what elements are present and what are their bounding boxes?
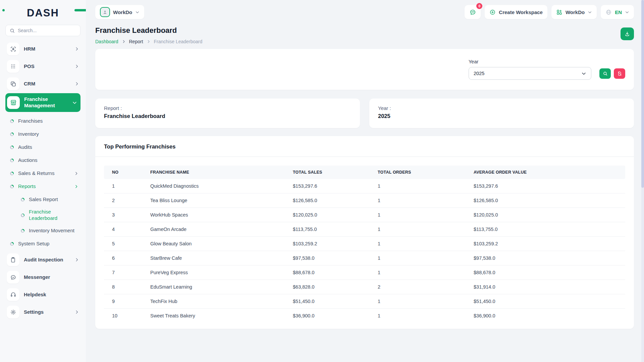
cell-no: 3 <box>104 208 147 222</box>
cell-no: 7 <box>104 265 147 280</box>
cell-franchise-name: TechFix Hub <box>147 294 289 309</box>
cell-average-order-value: $36,900.0 <box>470 309 625 323</box>
table-body: 1 QuickMed Diagnostics $153,297.6 1 $153… <box>104 179 625 323</box>
sidebar-search[interactable] <box>5 25 80 36</box>
download-button[interactable] <box>621 27 634 40</box>
cell-franchise-name: Glow Beauty Salon <box>147 237 289 251</box>
sidebar-item-settings[interactable]: Settings <box>5 304 80 320</box>
year-value: 2025 <box>378 113 625 119</box>
cell-franchise-name: Sweet Treats Bakery <box>147 309 289 323</box>
table-row: 7 PureVeg Express $88,678.0 1 $88,678.0 <box>104 265 625 280</box>
search-input[interactable] <box>18 28 76 33</box>
sidebar-item-hrm[interactable]: HRM <box>5 41 80 57</box>
reset-filter-button[interactable] <box>614 68 625 79</box>
app-logo[interactable]: DASH <box>5 5 80 21</box>
sidebar-item-franchise-leaderboard[interactable]: Franchise Leaderboard <box>5 206 80 224</box>
sidebar-item-audit-inspection[interactable]: Audit Inspection <box>5 252 80 268</box>
table-row: 9 TechFix Hub $51,450.0 1 $51,450.0 <box>104 294 625 309</box>
chevron-right-icon <box>74 81 79 86</box>
chevron-down-icon <box>581 71 586 76</box>
sidebar-item-sales-returns[interactable]: Sales & Returns <box>5 167 80 180</box>
chevron-down-icon <box>588 10 592 14</box>
workspace-switcher-label: WorkDo <box>566 9 585 15</box>
apply-filter-button[interactable] <box>599 68 611 79</box>
cell-no: 5 <box>104 237 147 251</box>
sidebar-item-audits[interactable]: Audits <box>5 141 80 154</box>
sidebar-item-label: Sales Report <box>29 196 78 203</box>
chevron-right-icon <box>74 47 79 51</box>
sidebar-item-label: Audits <box>18 144 78 150</box>
sidebar-item-inventory-movement[interactable]: Inventory Movement <box>5 224 80 237</box>
bullet-icon <box>21 229 24 233</box>
cell-average-order-value: $88,678.0 <box>470 265 625 280</box>
table-row: 2 Tea Bliss Lounge $126,585.0 1 $126,585… <box>104 193 625 208</box>
chevron-right-icon <box>122 40 126 44</box>
sidebar-item-label: System Setup <box>18 241 78 247</box>
chevron-right-icon <box>74 184 78 189</box>
cell-franchise-name: Tea Bliss Lounge <box>147 193 289 208</box>
cell-total-sales: $120,025.0 <box>289 208 374 222</box>
sidebar-item-sales-report[interactable]: Sales Report <box>5 193 80 206</box>
col-franchise-name: FRANCHISE NAME <box>147 166 289 179</box>
bullet-icon <box>21 198 24 201</box>
sidebar-item-system-setup[interactable]: System Setup <box>5 237 80 250</box>
cell-total-orders: 1 <box>374 222 470 237</box>
cell-total-sales: $113,755.0 <box>289 222 374 237</box>
cell-no: 6 <box>104 251 147 265</box>
cell-franchise-name: StarBrew Cafe <box>147 251 289 265</box>
sidebar-item-pos[interactable]: POS <box>5 58 80 74</box>
sidebar-item-messenger[interactable]: Messenger <box>5 269 80 285</box>
messages-button[interactable]: 0 <box>465 5 481 19</box>
cell-no: 9 <box>104 294 147 309</box>
report-summary-card: Report : Franchise Leaderboard <box>95 99 360 128</box>
year-select[interactable]: 2025 <box>469 67 591 80</box>
sidebar-item-franchise-management[interactable]: Franchise Management <box>5 93 80 112</box>
cell-total-orders: 1 <box>374 251 470 265</box>
table-row: 6 StarBrew Cafe $97,538.0 1 $97,538.0 <box>104 251 625 265</box>
breadcrumb-current: Franchise Leaderboard <box>154 39 203 44</box>
logo-dash-decoration <box>74 9 86 11</box>
sidebar-item-helpdesk[interactable]: Helpdesk <box>5 287 80 303</box>
cell-no: 8 <box>104 280 147 294</box>
breadcrumb-dashboard[interactable]: Dashboard <box>95 39 118 44</box>
table-row: 4 GameOn Arcade $113,755.0 1 $113,755.0 <box>104 222 625 237</box>
sidebar-item-franchises[interactable]: Franchises <box>5 115 80 128</box>
workspace-switcher[interactable]: WorkDo <box>551 5 597 19</box>
report-value: Franchise Leaderboard <box>104 113 351 119</box>
workspace-name: WorkDo <box>113 9 132 15</box>
cell-total-sales: $51,450.0 <box>289 294 374 309</box>
cell-total-orders: 1 <box>374 237 470 251</box>
chat-bubble-dots-icon <box>469 9 476 16</box>
bullet-icon <box>10 119 14 123</box>
bullet-icon <box>10 132 14 136</box>
cell-total-sales: $126,585.0 <box>289 193 374 208</box>
language-selector[interactable]: EN <box>601 5 634 19</box>
cell-average-order-value: $113,755.0 <box>470 222 625 237</box>
cell-total-orders: 1 <box>374 193 470 208</box>
cell-no: 4 <box>104 222 147 237</box>
create-workspace-button[interactable]: Create Workspace <box>485 5 547 19</box>
cell-no: 10 <box>104 309 147 323</box>
table-row: 5 Glow Beauty Salon $103,259.2 1 $103,25… <box>104 237 625 251</box>
page-scrollbar[interactable] <box>641 0 644 362</box>
globe-icon <box>605 9 612 15</box>
sidebar-item-reports[interactable]: Reports <box>5 180 80 193</box>
scrollbar-thumb[interactable] <box>641 0 644 188</box>
cell-total-sales: $36,900.0 <box>289 309 374 323</box>
sidebar-item-inventory[interactable]: Inventory <box>5 128 80 141</box>
col-average-order-value: AVERAGE ORDER VALUE <box>470 166 625 179</box>
logo-dot-decoration <box>2 9 5 11</box>
sidebar-item-auctions[interactable]: Auctions <box>5 154 80 167</box>
cell-franchise-name: EduSmart Learning <box>147 280 289 294</box>
cell-no: 2 <box>104 193 147 208</box>
search-icon <box>10 28 15 33</box>
sidebar-item-label: HRM <box>24 46 70 52</box>
breadcrumb-report[interactable]: Report <box>129 39 143 44</box>
cell-total-sales: $63,828.0 <box>289 280 374 294</box>
sidebar-item-crm[interactable]: CRM <box>5 76 80 92</box>
workspace-selector[interactable]: WorkDo <box>95 5 144 19</box>
cell-franchise-name: PureVeg Express <box>147 265 289 280</box>
create-workspace-label: Create Workspace <box>499 9 543 15</box>
leaderboard-card: Top Performing Franchises NO FRANCHISE N… <box>95 136 634 329</box>
chevron-right-icon <box>74 171 78 176</box>
